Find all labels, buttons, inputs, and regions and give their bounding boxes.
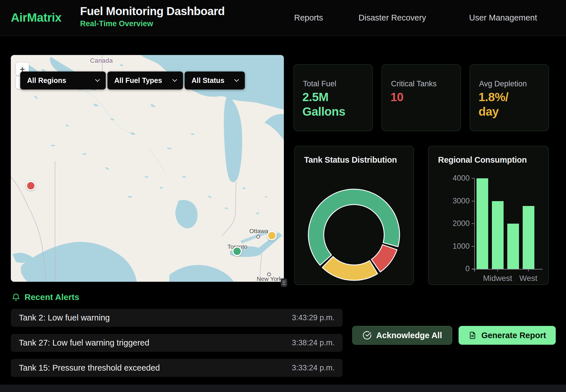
- stat-value: 10: [390, 90, 447, 104]
- nav-disaster-recovery[interactable]: Disaster Recovery: [359, 13, 426, 23]
- x-tick-mark: [497, 269, 498, 271]
- bar: [523, 206, 534, 269]
- bell-icon: [11, 293, 21, 302]
- alert-text: Tank 2: Low fuel warning: [19, 313, 110, 322]
- y-tick-label: 0: [430, 264, 470, 273]
- generate-report-button[interactable]: Generate Report: [459, 326, 556, 345]
- bar: [477, 178, 488, 269]
- regional-consumption-chart-card: Regional Consumption 01000200030004000Mi…: [428, 146, 549, 285]
- stat-card-avg-depletion: Avg Depletion 1.8%/ day: [470, 64, 549, 131]
- filter-regions-select[interactable]: All Regions: [20, 72, 106, 89]
- alerts-header: Recent Alerts: [11, 292, 79, 302]
- stat-value-line: Gallons: [302, 104, 359, 119]
- chevron-down-icon: [234, 79, 239, 82]
- alert-text: Tank 27: Low fuel warning triggered: [19, 338, 149, 348]
- x-tick-label: West: [506, 274, 551, 283]
- app-logo[interactable]: AirMatrix: [11, 11, 62, 24]
- chevron-down-icon: [95, 79, 100, 82]
- y-axis-line: [474, 178, 475, 272]
- x-tick-mark: [528, 269, 529, 271]
- town-symbol-ottawa: [256, 235, 260, 239]
- stat-value-line: 10: [390, 90, 447, 104]
- filter-fuel-types-label: All Fuel Types: [114, 76, 162, 85]
- donut-chart: [294, 146, 414, 285]
- stat-label: Avg Depletion: [479, 79, 527, 88]
- map-filters: All Regions All Fuel Types All Status: [20, 72, 245, 89]
- map-marker-warning[interactable]: [267, 231, 277, 240]
- map-panel: Canada Ottawa Toronto New York + All Reg…: [11, 55, 284, 282]
- alert-text: Tank 15: Pressure threshold exceeded: [19, 363, 160, 373]
- filter-status-label: All Status: [192, 76, 224, 85]
- footer-strip: [0, 385, 566, 392]
- stat-card-critical-tanks: Critical Tanks 10: [382, 64, 461, 131]
- stat-card-total-fuel: Total Fuel 2.5M Gallons: [294, 64, 373, 131]
- stat-value-line: day: [479, 104, 536, 119]
- y-tick-label: 3000: [430, 197, 470, 205]
- y-tick-mark: [472, 178, 474, 179]
- acknowledge-all-label: Acknowledge All: [376, 331, 442, 340]
- fuel-monitoring-dashboard: AirMatrix Fuel Monitoring Dashboard Real…: [0, 0, 566, 392]
- stat-value-line: 2.5M: [302, 90, 359, 104]
- filter-regions-label: All Regions: [27, 76, 66, 85]
- alert-time: 3:43:29 p.m.: [292, 313, 335, 322]
- stat-label: Critical Tanks: [391, 79, 437, 88]
- stat-value: 2.5M Gallons: [302, 90, 359, 119]
- title-block: Fuel Monitoring Dashboard Real-Time Over…: [80, 5, 225, 28]
- stat-label: Total Fuel: [303, 79, 336, 88]
- bar: [507, 224, 519, 269]
- y-tick-mark: [472, 223, 474, 224]
- stat-value-line: 1.8%/: [479, 90, 536, 104]
- y-tick-label: 4000: [430, 174, 470, 183]
- nav-reports[interactable]: Reports: [294, 13, 323, 23]
- alerts-title: Recent Alerts: [25, 292, 79, 302]
- donut-segment-critical: [371, 245, 397, 272]
- y-tick-label: 2000: [430, 219, 470, 228]
- stat-value: 1.8%/ day: [479, 90, 536, 119]
- page-title: Fuel Monitoring Dashboard: [80, 5, 225, 18]
- alert-row[interactable]: Tank 27: Low fuel warning triggered 3:38…: [11, 334, 343, 352]
- document-icon: [468, 331, 477, 340]
- filter-status-select[interactable]: All Status: [185, 72, 245, 89]
- map-marker-normal[interactable]: [232, 246, 242, 256]
- y-tick-mark: [472, 201, 474, 201]
- map-marker-critical[interactable]: [26, 181, 36, 191]
- bar: [492, 201, 504, 269]
- y-tick-mark: [472, 269, 474, 269]
- alert-row[interactable]: Tank 15: Pressure threshold exceeded 3:3…: [11, 359, 343, 377]
- x-axis-line: [472, 269, 543, 270]
- nav-user-management[interactable]: User Management: [469, 13, 537, 23]
- page-subtitle: Real-Time Overview: [80, 19, 225, 28]
- app-header: AirMatrix Fuel Monitoring Dashboard Real…: [0, 0, 566, 36]
- y-tick-label: 1000: [430, 242, 470, 251]
- drag-handle-icon[interactable]: [281, 278, 287, 287]
- check-circle-icon: [363, 331, 372, 340]
- alert-time: 3:38:24 p.m.: [292, 338, 335, 347]
- chevron-down-icon: [172, 79, 177, 82]
- acknowledge-all-button[interactable]: Acknowledge All: [352, 326, 452, 345]
- town-symbol-new-york: [267, 273, 271, 276]
- filter-fuel-types-select[interactable]: All Fuel Types: [107, 72, 183, 89]
- tank-status-chart-card: Tank Status Distribution: [294, 146, 414, 285]
- y-tick-mark: [472, 246, 474, 247]
- alert-time: 3:33:24 p.m.: [292, 364, 335, 372]
- bar-chart: 01000200030004000MidwestWest: [428, 146, 548, 285]
- generate-report-label: Generate Report: [481, 331, 546, 340]
- donut-segment-warning: [322, 256, 378, 280]
- alert-row[interactable]: Tank 2: Low fuel warning 3:43:29 p.m.: [11, 309, 343, 327]
